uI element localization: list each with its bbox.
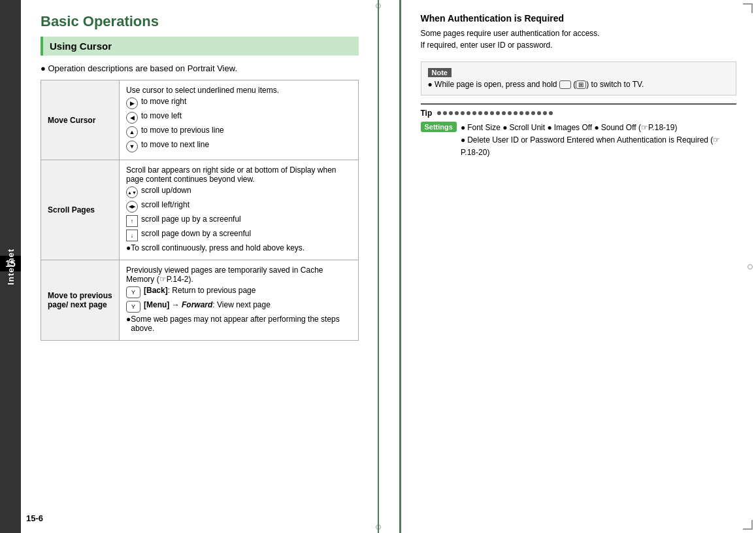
auth-title: When Authentication is Required	[421, 13, 737, 24]
row-content: Use cursor to select underlined menu ite…	[120, 80, 359, 160]
settings-content: Font Size Scroll Unit Images Off Sound O…	[461, 122, 736, 160]
down-arrow-icon: ▼	[126, 141, 138, 152]
settings-badge: Settings	[421, 122, 457, 132]
desc-line: ↑ scroll page up by a screenful	[126, 215, 352, 227]
back-key-icon: Y	[126, 286, 140, 298]
page-number: 15-6	[26, 513, 43, 523]
desc-line: Y [Back]: Return to previous page	[126, 286, 352, 298]
sidebar: 15 Internet	[0, 0, 21, 533]
page-title: Basic Operations	[41, 13, 359, 30]
note-box: Note While page is open, press and hold …	[421, 61, 737, 95]
row-label: Move Cursor	[41, 80, 120, 160]
scroll-down-icon: ↓	[126, 230, 138, 241]
table-row: Move Cursor Use cursor to select underli…	[41, 80, 359, 160]
desc-line: Previously viewed pages are temporarily …	[126, 266, 352, 284]
vertical-divider	[378, 0, 379, 533]
row-content: Previously viewed pages are temporarily …	[120, 260, 359, 341]
sidebar-label: Internet	[6, 249, 16, 285]
tip-dots	[437, 111, 553, 115]
desc-line: ▶ to move right	[126, 97, 352, 109]
note-label: Note	[428, 68, 452, 77]
up-arrow-icon: ▲	[126, 126, 138, 138]
main-content: Basic Operations Using Cursor Operation …	[21, 0, 378, 533]
desc-line: ▲▼ scroll up/down	[126, 186, 352, 198]
leftright-icon: ◀▶	[126, 201, 138, 213]
tip-label: Tip	[421, 109, 433, 118]
auth-line-1: Some pages require user authentication f…	[421, 27, 737, 39]
row-label: Move to previous page/ next page	[41, 260, 120, 341]
note-content: While page is open, press and hold (⊞) t…	[428, 80, 730, 90]
desc-line: Use cursor to select underlined menu ite…	[126, 86, 352, 95]
desc-line: Y [Menu] → Forward: View next page	[126, 300, 352, 313]
desc-line: Scroll bar appears on right side or at b…	[126, 165, 352, 184]
desc-line: ◀ to move left	[126, 111, 352, 124]
auth-text: Some pages require user authentication f…	[421, 27, 737, 51]
desc-line: ▼ to move to next line	[126, 140, 352, 152]
desc-line: Some web pages may not appear after perf…	[126, 315, 352, 333]
table-row: Move to previous page/ next page Previou…	[41, 260, 359, 341]
settings-section: Settings Font Size Scroll Unit Images Of…	[421, 122, 737, 160]
note-bullet: While page is open, press and hold (⊞) t…	[428, 80, 644, 89]
desc-line: To scroll continuously, press and hold a…	[126, 243, 352, 252]
desc-line: ▲ to move to previous line	[126, 126, 352, 138]
settings-line-2: Delete User ID or Password Entered when …	[461, 134, 736, 159]
scroll-up-icon: ↑	[126, 215, 138, 227]
desc-line: ◀▶ scroll left/right	[126, 200, 352, 213]
auth-line-2: If required, enter user ID or password.	[421, 39, 737, 51]
tip-section: Tip Settings Font Size Scroll Unit	[421, 103, 737, 160]
desc-line: ↓ scroll page down by a screenful	[126, 229, 352, 241]
left-arrow-icon: ◀	[126, 112, 138, 124]
table-row: Scroll Pages Scroll bar appears on right…	[41, 160, 359, 260]
menu-key-icon: Y	[126, 301, 140, 313]
settings-line-1: Font Size Scroll Unit Images Off Sound O…	[461, 122, 736, 134]
auth-section: When Authentication is Required Some pag…	[421, 13, 737, 51]
row-content: Scroll bar appears on right side or at b…	[120, 160, 359, 260]
operations-table: Move Cursor Use cursor to select underli…	[41, 80, 359, 341]
section-header: Using Cursor	[41, 37, 359, 56]
right-arrow-icon: ▶	[126, 97, 138, 109]
right-panel: When Authentication is Required Some pag…	[399, 0, 757, 533]
tip-header: Tip	[421, 109, 737, 118]
intro-bullet: Operation descriptions are based on Port…	[41, 63, 359, 73]
row-label: Scroll Pages	[41, 160, 120, 260]
updown-icon: ▲▼	[126, 186, 138, 198]
